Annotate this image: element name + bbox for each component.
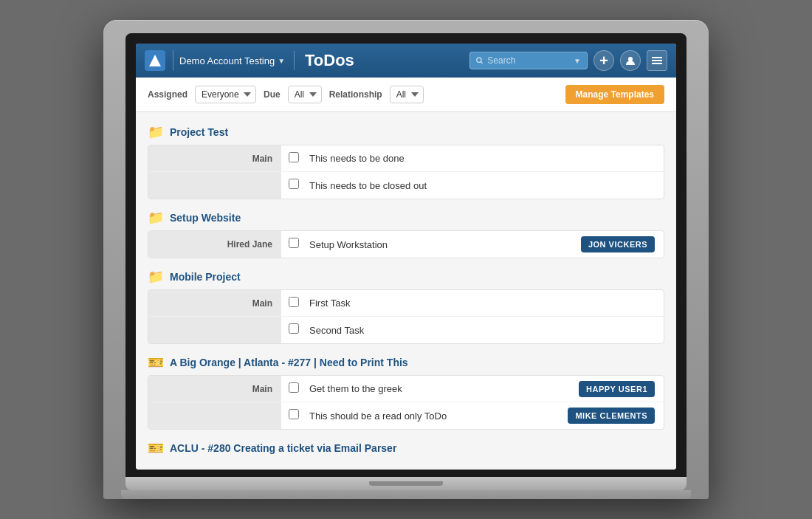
due-select[interactable]: All (288, 86, 322, 103)
task-checkbox[interactable] (289, 382, 299, 393)
task-group-label (148, 317, 281, 343)
assigned-select[interactable]: Everyone (195, 86, 256, 103)
task-text: This needs to be closed out (306, 174, 664, 197)
task-group-label: Main (148, 290, 281, 316)
folder-icon: 📁 (148, 210, 164, 226)
section-header-setup-website: 📁Setup Website (148, 204, 664, 230)
search-dropdown-icon: ▼ (574, 57, 581, 65)
section-header-mobile-project: 📁Mobile Project (148, 263, 664, 289)
task-row: MainThis needs to be done (148, 145, 664, 172)
task-checkbox-wrapper (281, 409, 306, 422)
section-project-test: 📁Project TestMainThis needs to be doneTh… (148, 118, 664, 199)
section-mobile-project: 📁Mobile ProjectMainFirst TaskSecond Task (148, 263, 664, 344)
task-text: Setup Workstation (306, 233, 572, 256)
section-title-mobile-project: Mobile Project (170, 271, 241, 283)
nav-divider (294, 51, 295, 70)
task-group-label: Main (148, 145, 281, 171)
section-title-project-test: Project Test (170, 126, 228, 138)
navbar-icons: + (593, 50, 667, 71)
ticket-icon: 🎫 (148, 440, 164, 456)
section-big-orange: 🎫A Big Orange | Atlanta - #277 | Need to… (148, 348, 664, 430)
assignee-button[interactable]: HAPPY USER1 (579, 381, 655, 397)
task-text: First Task (306, 292, 664, 315)
relationship-label: Relationship (329, 89, 382, 100)
assignee-col: HAPPY USER1 (570, 381, 664, 397)
assignee-col: JON VICKERS (572, 236, 664, 252)
logo-icon (145, 50, 165, 71)
svg-point-1 (477, 58, 481, 62)
search-icon (476, 56, 483, 65)
section-title-big-orange: A Big Orange | Atlanta - #277 | Need to … (170, 357, 408, 368)
task-text: Get them to the greek (306, 377, 570, 400)
task-group-label (148, 172, 281, 199)
task-checkbox[interactable] (289, 409, 299, 419)
task-text: This needs to be done (306, 147, 664, 170)
section-title-setup-website: Setup Website (170, 212, 241, 224)
section-header-aclu: 🎫ACLU - #280 Creating a ticket via Email… (148, 434, 664, 461)
svg-rect-6 (652, 63, 662, 64)
task-checkbox-wrapper (281, 152, 306, 165)
section-setup-website: 📁Setup WebsiteHired JaneSetup Workstatio… (148, 204, 664, 258)
task-text: This should be a read only ToDo (306, 405, 559, 427)
menu-button[interactable] (647, 50, 667, 71)
task-row: MainFirst Task (148, 290, 664, 317)
section-header-big-orange: 🎫A Big Orange | Atlanta - #277 | Need to… (148, 348, 664, 375)
assigned-label: Assigned (148, 89, 187, 100)
assignee-button[interactable]: JON VICKERS (581, 236, 655, 252)
task-checkbox-wrapper (281, 179, 306, 192)
search-input[interactable] (487, 55, 569, 66)
svg-line-2 (481, 62, 482, 63)
filter-bar: Assigned Everyone Due All Relationship A… (136, 78, 676, 112)
folder-icon: 📁 (148, 269, 164, 285)
task-checkbox[interactable] (289, 179, 299, 189)
search-box[interactable]: ▼ (469, 52, 588, 69)
add-button[interactable]: + (593, 50, 614, 71)
page-title: ToDos (297, 51, 469, 70)
task-row: Hired JaneSetup WorkstationJON VICKERS (148, 231, 664, 258)
task-checkbox[interactable] (289, 152, 299, 162)
task-row: Second Task (148, 317, 664, 343)
task-checkbox-wrapper (281, 238, 306, 251)
user-button[interactable] (620, 50, 641, 71)
laptop-notch (369, 481, 443, 486)
task-group: MainGet them to the greekHAPPY USER1This… (148, 375, 664, 430)
laptop-frame: Demo Account Testing ▼ ToDos ▼ + (103, 20, 709, 499)
laptop-bottom (121, 490, 691, 499)
task-checkbox-wrapper (281, 323, 306, 337)
task-group: MainThis needs to be doneThis needs to b… (148, 145, 664, 199)
svg-marker-0 (149, 55, 161, 66)
task-group: MainFirst TaskSecond Task (148, 289, 664, 344)
svg-rect-5 (652, 60, 662, 61)
account-name: Demo Account Testing (179, 55, 275, 66)
chevron-down-icon: ▼ (278, 57, 285, 65)
due-label: Due (264, 89, 281, 100)
svg-rect-4 (652, 57, 662, 58)
section-header-project-test: 📁Project Test (148, 118, 664, 145)
task-group-label (148, 402, 281, 429)
navbar-logo (145, 50, 173, 71)
assignee-button[interactable]: MIKE CLEMENTS (568, 408, 655, 424)
folder-icon: 📁 (148, 124, 164, 140)
task-text: Second Task (306, 319, 664, 342)
screen: Demo Account Testing ▼ ToDos ▼ + (136, 44, 676, 470)
laptop-base (125, 477, 687, 490)
ticket-icon: 🎫 (148, 354, 164, 371)
relationship-select[interactable]: All (390, 86, 424, 103)
navbar: Demo Account Testing ▼ ToDos ▼ + (136, 44, 676, 78)
section-title-aclu: ACLU - #280 Creating a ticket via Email … (170, 442, 396, 454)
screen-bezel: Demo Account Testing ▼ ToDos ▼ + (125, 33, 687, 477)
section-aclu: 🎫ACLU - #280 Creating a ticket via Email… (148, 434, 664, 461)
user-icon (625, 55, 636, 66)
manage-templates-button[interactable]: Manage Templates (565, 85, 664, 104)
task-group-label: Hired Jane (148, 231, 281, 258)
task-row: This should be a read only ToDoMIKE CLEM… (148, 402, 664, 429)
task-group: Hired JaneSetup WorkstationJON VICKERS (148, 230, 664, 258)
task-checkbox[interactable] (289, 297, 299, 307)
task-checkbox-wrapper (281, 382, 306, 396)
navbar-account-dropdown[interactable]: Demo Account Testing ▼ (173, 55, 291, 66)
assignee-col: MIKE CLEMENTS (559, 408, 664, 424)
task-row: MainGet them to the greekHAPPY USER1 (148, 376, 664, 402)
task-checkbox[interactable] (289, 323, 299, 334)
task-checkbox-wrapper (281, 297, 306, 310)
task-checkbox[interactable] (289, 238, 299, 248)
